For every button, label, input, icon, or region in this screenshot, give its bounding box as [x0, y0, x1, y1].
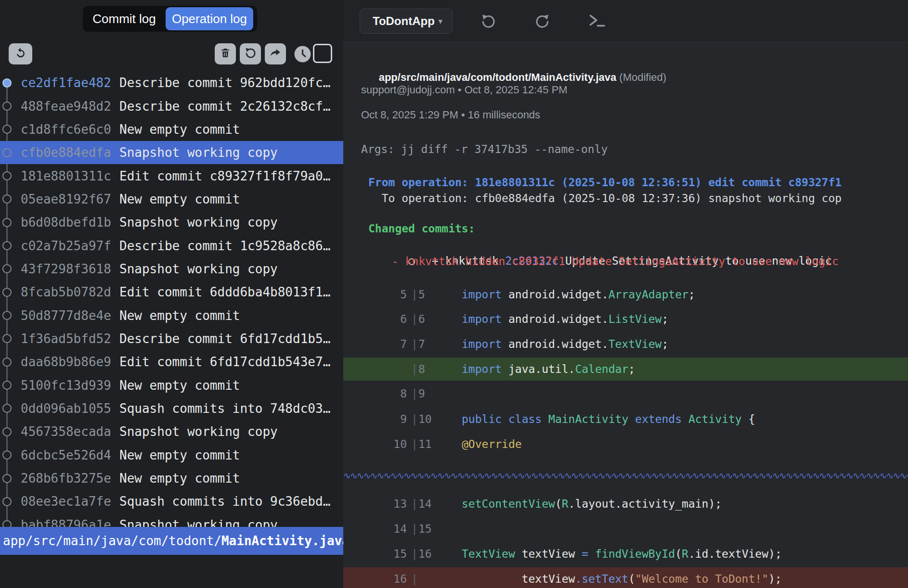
operation-graph-node-icon	[2, 311, 12, 320]
operation-description: Describe commit 1c9528a8c86…	[119, 239, 330, 253]
operation-row[interactable]: cfb0e884edfaSnapshot working copy	[0, 141, 343, 164]
operation-description: Squash commits into 9c36ebd…	[119, 494, 330, 509]
diff-line-ctx: 10|11@Override	[343, 433, 908, 456]
operation-graph-node-icon	[2, 194, 12, 204]
code-token: );	[768, 573, 782, 585]
code-token: Activity	[688, 413, 742, 425]
line-number-separator: |	[411, 307, 418, 331]
code-token: textView	[462, 573, 575, 585]
diff-line-add: |8import java.util.Calendar;	[343, 358, 908, 381]
diff-file-path: app/src/main/java/com/todont/MainActivit…	[379, 71, 617, 83]
redo-operation-button[interactable]	[265, 43, 286, 64]
operation-id: b6d08dbefd1b	[21, 215, 111, 230]
operation-description: New empty commit	[119, 122, 240, 137]
trash-icon	[220, 47, 231, 61]
line-number-separator: |	[411, 358, 418, 381]
operation-id: 8fcab5b0782d	[21, 285, 111, 299]
new-line-number: 9	[418, 382, 425, 405]
code-token: ;	[662, 313, 668, 325]
line-number-separator: |	[411, 433, 418, 456]
code-token	[588, 548, 595, 560]
diff-line-ctx: 6|6import android.widget.ListView;	[343, 307, 908, 331]
operation-id: 50d8777d8e4e	[21, 308, 111, 323]
line-number-separator: |	[411, 332, 418, 356]
code-token	[682, 413, 688, 425]
code-text: textView.setText("Welcome to ToDont!");	[462, 567, 782, 588]
tab-commit-log[interactable]: Commit log	[83, 6, 166, 32]
operation-row[interactable]: 181e8801311cEdit commit c89327f1f8f79a0…	[0, 164, 343, 187]
operation-row[interactable]: 50d8777d8e4eNew empty commit	[0, 304, 343, 327]
diff-line-ctx: 7|7import android.widget.TextView;	[343, 332, 908, 356]
operation-row[interactable]: 1f36ad5bfd52Describe commit 6fd17cdd1b5…	[0, 327, 343, 350]
operation-row[interactable]: 4567358ecadaSnapshot working copy	[0, 420, 343, 443]
repo-selector-button[interactable]: ToDontApp ▾	[360, 9, 453, 34]
refresh-button[interactable]	[9, 43, 32, 64]
snapshot-time-icon[interactable]	[294, 45, 311, 63]
code-token: import	[462, 313, 502, 325]
undo-operation-button[interactable]	[240, 43, 261, 64]
undo-button[interactable]	[480, 13, 496, 29]
code-token: android.widget.	[502, 313, 609, 325]
code-token: android.widget.	[502, 288, 609, 301]
operation-id: 05eae8192f67	[21, 192, 111, 206]
code-text: import android.widget.ArrayAdapter;	[462, 283, 695, 306]
operation-row[interactable]: 08ee3ec1a7feSquash commits into 9c36ebd…	[0, 490, 343, 513]
line-number-separator: |	[411, 542, 418, 565]
changed-file-item[interactable]: app/src/main/java/com/todont/MainActivit…	[0, 527, 343, 555]
hunk-separator: ∿∿∿∿∿∿∿∿∿∿∿∿∿∿∿∿∿∿∿∿∿∿∿∿∿∿∿∿∿∿∿∿∿∿∿∿∿∿∿∿…	[343, 469, 908, 482]
code-token	[628, 413, 635, 425]
file-name: MainActivity.java	[221, 534, 343, 548]
operation-graph-node-icon	[2, 358, 12, 367]
operation-row[interactable]: 0dd096ab1055Squash commits into 748dc03…	[0, 397, 343, 420]
operation-row[interactable]: 5100fc13d939New empty commit	[0, 373, 343, 396]
redo-button[interactable]	[534, 13, 551, 29]
to-operation-line: To operation: cfb0e884edfa (2025-10-08 1…	[368, 191, 842, 206]
old-line-number: 16	[372, 567, 407, 588]
code-token: R	[562, 498, 569, 510]
operation-row[interactable]: 8fcab5b0782dEdit commit 6ddd6ba4b8013f1…	[0, 281, 343, 304]
code-token: import	[462, 363, 502, 375]
operation-row[interactable]: c1d8ffc6e6c0New empty commit	[0, 118, 343, 141]
diff-view: ∿∿∿∿∿∿∿∿∿∿∿∿∿∿∿∿∿∿∿∿∿∿∿∿∿∿∿∿∿∿∿∿∿∿∿∿∿∿∿∿…	[343, 269, 908, 588]
operation-id: ce2df1fae482	[21, 76, 111, 90]
code-token: ;	[628, 363, 635, 375]
code-token: "Welcome to ToDont!"	[635, 573, 768, 585]
terminal-icon[interactable]	[588, 13, 605, 29]
operation-row[interactable]: b6d08dbefd1bSnapshot working copy	[0, 211, 343, 234]
operation-graph-node-icon	[2, 218, 12, 227]
code-token: (	[628, 573, 635, 585]
operation-description: New empty commit	[119, 308, 240, 323]
diff-line-ctx: 5|5import android.widget.ArrayAdapter;	[343, 283, 908, 306]
old-line-number: 9	[372, 408, 407, 431]
changed-commits-heading: Changed commits:	[368, 222, 475, 235]
code-token: @Override	[462, 438, 522, 450]
operation-row[interactable]: 05eae8192f67New empty commit	[0, 188, 343, 211]
operation-graph-node-current	[2, 78, 12, 88]
tab-operation-log[interactable]: Operation log	[166, 7, 253, 30]
code-token: ListView	[609, 313, 662, 325]
operation-row[interactable]: ce2df1fae482Describe commit 962bdd120fc…	[0, 71, 343, 94]
operation-list: ce2df1fae482Describe commit 962bdd120fc……	[0, 71, 343, 537]
code-text: TextView textView = findViewById(R.id.te…	[462, 542, 782, 565]
operation-description: Snapshot working copy	[119, 145, 278, 160]
operation-row[interactable]: 268b6fb3275eNew empty commit	[0, 467, 343, 490]
operation-id: daa68b9b86e9	[21, 355, 111, 369]
operation-row[interactable]: 6dcbc5e526d4New empty commit	[0, 444, 343, 467]
code-token: ArrayAdapter	[609, 288, 688, 301]
line-number-separator: |	[411, 408, 418, 431]
operation-description: Describe commit 962bdd120fc…	[119, 76, 330, 90]
code-token: java.util.	[502, 363, 575, 375]
delete-operation-button[interactable]	[215, 43, 236, 64]
operation-description: Describe commit 2c26132c8cf…	[119, 99, 330, 114]
operation-description: New empty commit	[119, 448, 240, 462]
code-token: android.widget.	[502, 338, 609, 350]
operation-row[interactable]: c02a7b25a97fDescribe commit 1c9528a8c86…	[0, 234, 343, 257]
snapshot-checkbox[interactable]	[313, 44, 332, 63]
operation-graph-node-icon	[2, 334, 12, 343]
code-token: import	[462, 288, 502, 301]
operation-row[interactable]: 488feae948d2Describe commit 2c26132c8cf…	[0, 94, 343, 117]
operation-row[interactable]: daa68b9b86e9Edit commit 6fd17cdd1b543e7…	[0, 350, 343, 373]
code-token	[542, 413, 548, 425]
operation-row[interactable]: 43f7298f3618Snapshot working copy	[0, 257, 343, 281]
code-text: import android.widget.TextView;	[462, 332, 668, 356]
